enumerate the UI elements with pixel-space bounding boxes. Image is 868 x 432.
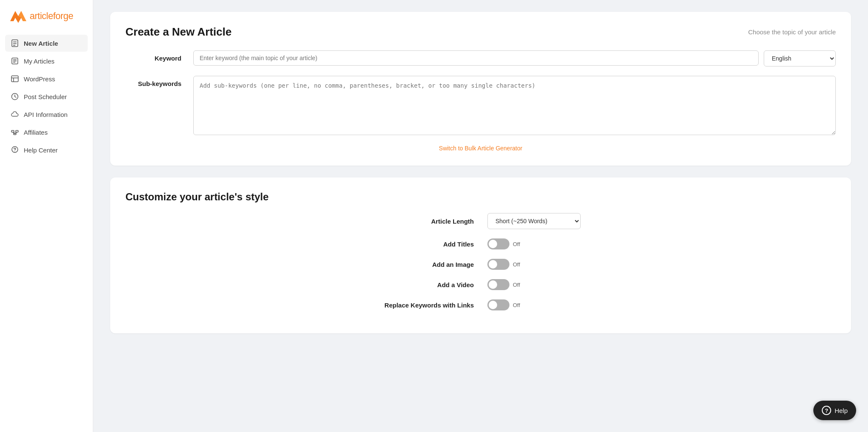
replace-keywords-state: Off: [513, 302, 520, 308]
document-icon: [11, 39, 19, 47]
sidebar-item-label: API Information: [24, 111, 67, 118]
nav-items: New Article My Articles WordPress Post S…: [0, 35, 93, 158]
svg-line-15: [15, 97, 16, 97]
card-header: Create a New Article Choose the topic of…: [125, 25, 836, 39]
main-content: Create a New Article Choose the topic of…: [93, 0, 868, 432]
keyword-input[interactable]: [193, 50, 759, 66]
switch-bulk-link[interactable]: Switch to Bulk Article Generator: [439, 145, 523, 152]
svg-rect-17: [16, 130, 18, 132]
clock-icon: [11, 93, 19, 100]
sidebar-item-affiliates[interactable]: Affiliates: [5, 124, 88, 141]
add-image-toggle[interactable]: [487, 259, 509, 270]
add-titles-control: Off: [487, 238, 581, 249]
add-video-row: Add a Video Off: [125, 279, 836, 290]
add-titles-label: Add Titles: [381, 241, 474, 248]
wordpress-icon: [11, 75, 19, 83]
logo-icon: [10, 9, 26, 23]
language-select[interactable]: English Spanish French German Italian Po…: [764, 50, 836, 66]
add-video-control: Off: [487, 279, 581, 290]
sidebar-item-label: Help Center: [24, 147, 58, 154]
subkeywords-label: Sub-keywords: [125, 76, 193, 87]
keyword-label: Keyword: [125, 50, 193, 62]
add-image-label: Add an Image: [381, 261, 474, 268]
help-circle-icon: ?: [822, 406, 831, 415]
add-titles-toggle[interactable]: [487, 238, 509, 249]
sidebar: articleforge New Article My Articles Wor…: [0, 0, 93, 432]
subkeywords-textarea[interactable]: [193, 76, 836, 135]
sidebar-item-wordpress[interactable]: WordPress: [5, 70, 88, 87]
article-length-row: Article Length Short (~250 Words) Medium…: [125, 213, 836, 229]
customize-card: Customize your article's style Article L…: [110, 177, 851, 333]
sidebar-item-api-information[interactable]: API Information: [5, 106, 88, 123]
svg-rect-10: [11, 76, 18, 82]
card-subtitle: Choose the topic of your article: [748, 28, 836, 36]
logo-text: articleforge: [30, 11, 73, 22]
sidebar-item-label: WordPress: [24, 75, 55, 83]
logo: articleforge: [0, 0, 93, 35]
cloud-icon: [11, 111, 19, 118]
replace-keywords-control: Off: [487, 299, 581, 310]
replace-keywords-row: Replace Keywords with Links Off: [125, 299, 836, 310]
add-video-state: Off: [513, 282, 520, 288]
card-title: Create a New Article: [125, 25, 231, 39]
sidebar-item-label: Post Scheduler: [24, 93, 67, 100]
list-icon: [11, 57, 19, 65]
sidebar-item-help-center[interactable]: Help Center: [5, 141, 88, 158]
replace-keywords-toggle[interactable]: [487, 299, 509, 310]
svg-point-22: [14, 151, 15, 152]
add-image-state: Off: [513, 261, 520, 268]
add-image-control: Off: [487, 259, 581, 270]
subkeywords-controls: [193, 76, 836, 135]
add-titles-state: Off: [513, 241, 520, 247]
subkeywords-row: Sub-keywords: [125, 76, 836, 135]
svg-rect-16: [11, 130, 14, 132]
help-button[interactable]: ? Help: [813, 401, 856, 420]
sidebar-item-my-articles[interactable]: My Articles: [5, 53, 88, 69]
replace-keywords-label: Replace Keywords with Links: [381, 301, 474, 310]
add-titles-row: Add Titles Off: [125, 238, 836, 249]
switch-link-area: Switch to Bulk Article Generator: [125, 144, 836, 152]
sidebar-item-label: New Article: [24, 40, 58, 47]
add-image-row: Add an Image Off: [125, 259, 836, 270]
sidebar-item-new-article[interactable]: New Article: [5, 35, 88, 52]
customize-title: Customize your article's style: [125, 191, 836, 203]
help-center-icon: [11, 146, 19, 154]
add-video-label: Add a Video: [381, 281, 474, 288]
sidebar-item-label: My Articles: [24, 58, 55, 65]
help-label: Help: [835, 407, 848, 414]
article-length-label: Article Length: [381, 218, 474, 225]
article-length-select[interactable]: Short (~250 Words) Medium (~500 Words) L…: [487, 213, 581, 229]
keyword-controls: English Spanish French German Italian Po…: [193, 50, 836, 66]
add-video-toggle[interactable]: [487, 279, 509, 290]
keyword-row: Keyword English Spanish French German It…: [125, 50, 836, 66]
sidebar-item-post-scheduler[interactable]: Post Scheduler: [5, 88, 88, 105]
sidebar-item-label: Affiliates: [24, 129, 47, 136]
create-article-card: Create a New Article Choose the topic of…: [110, 12, 851, 166]
article-length-control: Short (~250 Words) Medium (~500 Words) L…: [487, 213, 581, 229]
affiliates-icon: [11, 128, 19, 136]
